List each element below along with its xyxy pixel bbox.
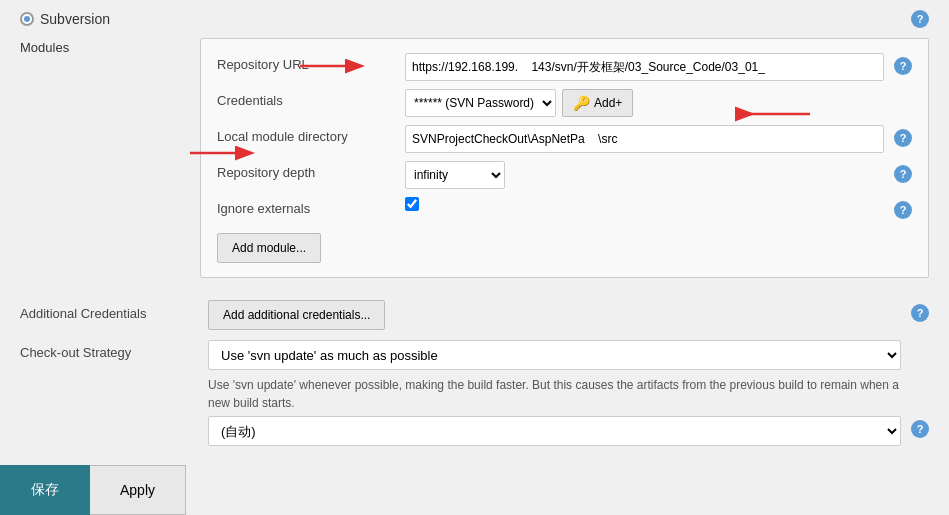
subversion-help-icon[interactable]: ? xyxy=(911,10,929,28)
add-module-button[interactable]: Add module... xyxy=(217,233,321,263)
auto-select-row: (自动) ? xyxy=(20,416,929,446)
apply-button[interactable]: Apply xyxy=(90,465,186,515)
checkout-strategy-label: Check-out Strategy xyxy=(20,340,198,360)
ignore-externals-row: Ignore externals ? xyxy=(217,197,912,219)
ignore-externals-checkbox[interactable] xyxy=(405,197,419,211)
repo-url-help-icon[interactable]: ? xyxy=(894,57,912,75)
repository-depth-label: Repository depth xyxy=(217,161,395,180)
repository-url-label: Repository URL xyxy=(217,53,395,72)
subversion-radio[interactable] xyxy=(20,12,34,26)
key-icon: 🔑 xyxy=(573,95,590,111)
module-box: Repository URL ? Credentials ****** (SVN… xyxy=(200,38,929,278)
subversion-label: Subversion xyxy=(40,11,110,27)
bottom-bar: 保存 Apply xyxy=(0,465,949,515)
ignore-externals-label: Ignore externals xyxy=(217,197,395,216)
add-credentials-button[interactable]: 🔑 Add+ xyxy=(562,89,633,117)
add-additional-credentials-button[interactable]: Add additional credentials... xyxy=(208,300,385,330)
subversion-section-header: Subversion xyxy=(20,11,110,27)
auto-select[interactable]: (自动) xyxy=(208,416,901,446)
repository-url-input[interactable] xyxy=(405,53,884,81)
local-module-input[interactable] xyxy=(405,125,884,153)
repository-url-row: Repository URL ? xyxy=(217,53,912,81)
credentials-label: Credentials xyxy=(217,89,395,108)
local-module-help-icon[interactable]: ? xyxy=(894,129,912,147)
credentials-row: Credentials ****** (SVN Password) 🔑 Add+… xyxy=(217,89,912,117)
checkout-strategy-select[interactable]: Use 'svn update' as much as possible Alw… xyxy=(208,340,901,370)
additional-creds-help-icon[interactable]: ? xyxy=(911,304,929,322)
repo-depth-help-icon[interactable]: ? xyxy=(894,165,912,183)
local-module-row: Local module directory ? xyxy=(217,125,912,153)
save-button[interactable]: 保存 xyxy=(0,465,90,515)
credentials-select[interactable]: ****** (SVN Password) xyxy=(405,89,556,117)
repository-depth-row: Repository depth infinity empty files im… xyxy=(217,161,912,189)
local-module-label: Local module directory xyxy=(217,125,395,144)
additional-credentials-label: Additional Credentials xyxy=(20,300,198,321)
checkout-description: Use 'svn update' whenever possible, maki… xyxy=(208,376,901,412)
modules-label: Modules xyxy=(20,40,69,55)
auto-help-icon[interactable]: ? xyxy=(911,420,929,438)
checkout-strategy-row: Check-out Strategy Use 'svn update' as m… xyxy=(20,340,929,412)
repository-depth-select[interactable]: infinity empty files immediates unknown xyxy=(405,161,505,189)
add-button-label: Add+ xyxy=(594,96,622,110)
ignore-externals-help-icon[interactable]: ? xyxy=(894,201,912,219)
additional-credentials-row: Additional Credentials Add additional cr… xyxy=(20,300,929,330)
